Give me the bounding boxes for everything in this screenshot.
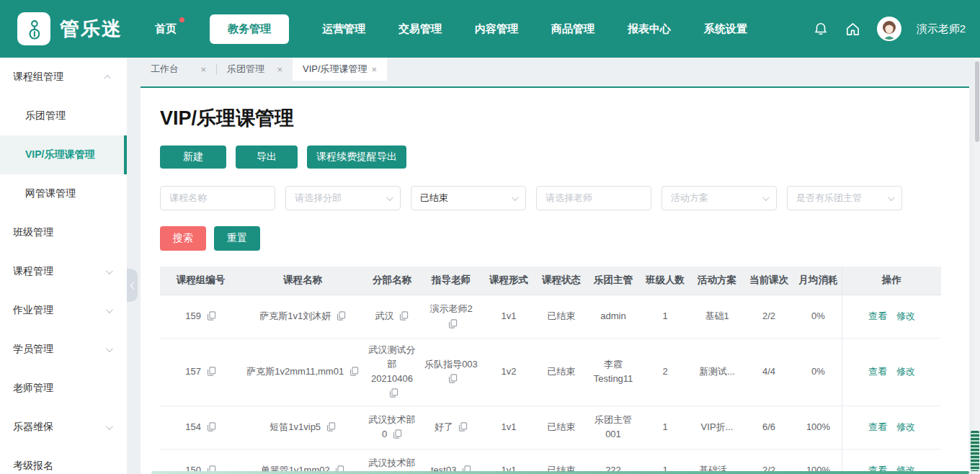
top-header: 管乐迷 首页教务管理运营管理交易管理内容管理商品管理报表中心系统设置: [0, 0, 980, 58]
nav-item-系统设置[interactable]: 系统设置: [704, 22, 747, 36]
close-icon[interactable]: ×: [277, 64, 282, 75]
chevron-down-icon: [106, 423, 113, 430]
table-cell: test03: [420, 450, 482, 474]
filter-select-活动方案[interactable]: 活动方案: [662, 186, 777, 210]
copy-icon[interactable]: [207, 367, 216, 376]
table-header-操作: 操作: [842, 267, 941, 295]
table-cell: 乐队指导003: [420, 339, 482, 406]
sidebar-item-乐器维保[interactable]: 乐器维保: [0, 408, 127, 447]
filter-select-是否有乐团主管[interactable]: 是否有乐团主管: [787, 186, 902, 210]
sidebar-item-作业管理[interactable]: 作业管理: [0, 291, 127, 330]
filter-placeholder: 是否有乐团主管: [796, 192, 862, 205]
sidebar-item-班级管理[interactable]: 班级管理: [0, 213, 127, 252]
copy-icon[interactable]: [207, 311, 216, 321]
cell-text: admin: [600, 309, 625, 323]
sidebar-item-课程管理[interactable]: 课程管理: [0, 252, 127, 291]
table-row: 154 短笛1v1vip5 武汉技术部0 好了 1v1已结束乐团主管0011VI…: [160, 406, 941, 450]
sidebar-item-课程组管理[interactable]: 课程组管理: [0, 58, 127, 97]
cell-text: 基础1: [705, 309, 729, 323]
sidebar-item-label: 课程管理: [13, 265, 53, 278]
action-link-查看[interactable]: 查看: [868, 309, 887, 323]
sidebar-item-label: 老师管理: [13, 382, 53, 395]
nav-item-报表中心[interactable]: 报表中心: [628, 22, 671, 36]
filter-input-请选择老师[interactable]: 请选择老师: [536, 186, 651, 210]
brand-logo[interactable]: 管乐迷: [0, 12, 155, 45]
nav-item-内容管理[interactable]: 内容管理: [475, 22, 518, 36]
nav-item-首页[interactable]: 首页: [155, 22, 177, 36]
cell-text: 短笛1v1vip5: [270, 420, 335, 434]
table-row: 159 萨克斯1v1刘沐妍 武汉 演示老师2 1v1已结束admin1基础12/…: [160, 295, 941, 339]
table-cell-actions: 查看修改: [842, 295, 941, 338]
chevron-down-icon: [762, 194, 770, 201]
copy-icon[interactable]: [349, 367, 359, 376]
sidebar-subitem-乐团管理[interactable]: 乐团管理: [0, 97, 127, 135]
home-icon[interactable]: [845, 20, 862, 37]
copy-icon[interactable]: [448, 319, 458, 328]
nav-item-交易管理[interactable]: 交易管理: [398, 22, 442, 36]
sidebar-subitem-网管课管理[interactable]: 网管课管理: [0, 174, 127, 213]
cell-text: 乐团主管001: [592, 413, 635, 442]
content-card: VIP/乐理课管理 新建导出课程续费提醒导出 课程名称请选择分部已结束请选择老师…: [141, 86, 969, 474]
table-cell: 武汉技术部0: [364, 450, 420, 474]
action-link-查看[interactable]: 查看: [868, 420, 887, 434]
tab-工作台[interactable]: 工作台×: [141, 58, 216, 81]
table-cell: 0%: [795, 295, 842, 338]
sidebar-collapse-handle[interactable]: [127, 269, 138, 302]
table-row: 157 萨克斯1v2mm11,mm01 武汉测试分部20210406 乐队指导0…: [160, 339, 941, 406]
toolbar-button-新建[interactable]: 新建: [160, 146, 226, 169]
toolbar-button-课程续费提醒导出[interactable]: 课程续费提醒导出: [307, 146, 406, 169]
filter-select-已结束[interactable]: 已结束: [411, 186, 526, 210]
copy-icon[interactable]: [389, 388, 398, 398]
close-icon[interactable]: ×: [200, 64, 206, 75]
cell-text: 2/2: [762, 309, 775, 323]
copy-icon[interactable]: [448, 374, 458, 383]
cell-text: 1: [662, 309, 667, 323]
copy-icon[interactable]: [458, 422, 468, 431]
table-cell: 已结束: [535, 450, 587, 474]
tab-VIP/乐理课管理[interactable]: VIP/乐理课管理×: [293, 58, 387, 81]
sidebar: 课程组管理乐团管理VIP/乐理课管理网管课管理班级管理课程管理作业管理学员管理老…: [0, 58, 127, 474]
copy-icon[interactable]: [207, 422, 216, 431]
current-user[interactable]: 演示老师2: [917, 22, 966, 36]
action-link-修改[interactable]: 修改: [896, 309, 915, 323]
reset-button[interactable]: 重置: [214, 226, 260, 251]
table-cell: 2: [639, 339, 691, 406]
action-link-修改[interactable]: 修改: [896, 365, 915, 379]
action-link-修改[interactable]: 修改: [896, 420, 915, 434]
nav-item-商品管理[interactable]: 商品管理: [551, 22, 594, 36]
close-icon[interactable]: ×: [372, 64, 378, 75]
sidebar-item-考级报名[interactable]: 考级报名: [0, 447, 127, 474]
sidebar-subitem-VIP/乐理课管理[interactable]: VIP/乐理课管理: [0, 135, 127, 174]
sidebar-item-老师管理[interactable]: 老师管理: [0, 369, 127, 408]
horizontal-scrollbar[interactable]: [151, 471, 969, 474]
cell-text: 武汉: [375, 309, 409, 323]
toolbar-button-导出[interactable]: 导出: [236, 146, 298, 169]
scrollbar-thumb[interactable]: [975, 61, 979, 142]
copy-icon[interactable]: [399, 311, 409, 321]
table-cell: 4/4: [743, 339, 795, 406]
cell-text: VIP折...: [701, 420, 734, 434]
copy-icon[interactable]: [393, 429, 402, 439]
search-button[interactable]: 搜索: [160, 226, 206, 251]
copy-icon[interactable]: [326, 422, 336, 431]
table-header-课程状态: 课程状态: [535, 267, 587, 295]
action-link-查看[interactable]: 查看: [868, 365, 887, 379]
copy-icon[interactable]: [337, 311, 346, 321]
cell-text: 2: [662, 365, 667, 379]
cell-text: 演示老师2: [424, 302, 478, 331]
tab-乐团管理[interactable]: 乐团管理×: [217, 58, 293, 81]
cell-text: 萨克斯1v2mm11,mm01: [246, 365, 358, 379]
table-cell: 武汉技术部0: [364, 406, 420, 449]
sidebar-subitem-label: 乐团管理: [25, 109, 66, 122]
filter-input-课程名称[interactable]: 课程名称: [160, 186, 275, 210]
table-cell: 好了: [420, 406, 482, 449]
nav-item-运营管理[interactable]: 运营管理: [322, 22, 365, 36]
avatar[interactable]: [877, 17, 901, 41]
scroll-widget[interactable]: [971, 431, 979, 471]
bell-icon[interactable]: [812, 20, 829, 37]
filter-select-请选择分部[interactable]: 请选择分部: [285, 186, 401, 210]
sidebar-item-学员管理[interactable]: 学员管理: [0, 330, 127, 369]
vertical-scrollbar[interactable]: [974, 58, 980, 474]
sidebar-item-label: 乐器维保: [13, 421, 53, 434]
nav-item-教务管理[interactable]: 教务管理: [210, 14, 289, 44]
